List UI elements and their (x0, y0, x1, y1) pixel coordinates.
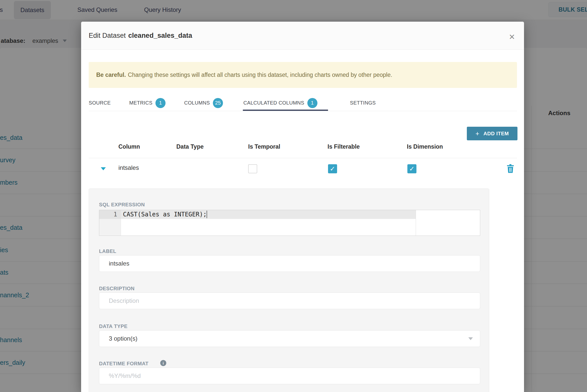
data-type-select[interactable] (99, 330, 480, 347)
screen: es Datasets Saved Queries Query History … (0, 0, 587, 392)
warning-banner: Be careful. Changing these settings will… (89, 62, 517, 88)
select-caret-icon (468, 337, 473, 340)
column-header-is-temporal: Is Temporal (248, 143, 280, 150)
sql-expression-label: SQL EXPRESSION (99, 202, 145, 208)
sql-editor[interactable]: 1 CAST(Sales as INTEGER); (99, 210, 480, 236)
warning-bold: Be careful. (96, 72, 126, 78)
editor-print-margin (416, 210, 416, 236)
editor-code-line[interactable]: CAST(Sales as INTEGER); (123, 211, 207, 218)
column-header-column: Column (118, 143, 140, 150)
description-input[interactable] (99, 293, 480, 309)
add-item-label: ADD ITEM (483, 131, 509, 137)
datetime-format-label-text: DATETIME FORMAT (99, 361, 148, 366)
tab-label: COLUMNS (184, 100, 210, 106)
modal-title: Edit Dataset cleaned_sales_data (89, 22, 192, 49)
tab-count-badge: 25 (213, 98, 223, 108)
modal-header: Edit Dataset cleaned_sales_data ✕ (81, 22, 524, 50)
datetime-format-field (99, 368, 480, 384)
modal-tabbar: SOURCE METRICS1 COLUMNS25 CALCULATED COL… (89, 96, 517, 111)
modal-title-dataset-name: cleaned_sales_data (128, 32, 192, 40)
warning-text: Changing these settings will affect all … (128, 72, 392, 78)
datetime-format-field-label: DATETIME FORMAT i (99, 361, 148, 367)
description-field (99, 292, 480, 309)
editor-gutter: 1 (99, 210, 121, 236)
column-header-is-dimension: Is Dimension (407, 143, 443, 150)
label-input[interactable] (99, 255, 480, 272)
description-field-label: DESCRIPTION (99, 286, 135, 291)
tab-source[interactable]: SOURCE (89, 96, 111, 110)
tab-columns[interactable]: COLUMNS25 (184, 96, 223, 110)
is-dimension-checkbox[interactable]: ✓ (407, 164, 416, 173)
add-item-button[interactable]: + ADD ITEM (467, 127, 517, 140)
tab-label: SETTINGS (350, 100, 376, 106)
column-header-data-type: Data Type (176, 143, 204, 150)
tab-metrics[interactable]: METRICS1 (129, 96, 166, 110)
is-temporal-checkbox[interactable] (248, 164, 257, 173)
label-field-label: LABEL (99, 248, 116, 254)
data-type-field-label: DATA TYPE (99, 323, 127, 329)
editor-cursor (207, 211, 207, 218)
tab-label: CALCULATED COLUMNS (243, 100, 304, 106)
check-icon: ✓ (330, 165, 335, 173)
table-header-divider (89, 158, 517, 158)
datetime-format-input[interactable] (99, 368, 480, 384)
tab-label: METRICS (129, 100, 152, 106)
tab-count-badge: 1 (307, 98, 317, 108)
data-type-value[interactable] (99, 331, 480, 347)
check-icon: ✓ (409, 165, 415, 173)
tab-calculated-columns[interactable]: CALCULATED COLUMNS1 (243, 96, 317, 110)
tab-label: SOURCE (89, 100, 111, 106)
close-icon[interactable]: ✕ (506, 31, 517, 42)
calculated-column-detail-panel: SQL EXPRESSION 1 CAST(Sales as INTEGER);… (89, 188, 489, 392)
info-icon[interactable]: i (160, 360, 166, 366)
editor-gutter-active-line (99, 210, 121, 219)
label-field (99, 255, 480, 272)
edit-dataset-modal: Edit Dataset cleaned_sales_data ✕ Be car… (81, 22, 524, 392)
collapse-caret-icon[interactable] (101, 167, 106, 170)
is-filterable-checkbox[interactable]: ✓ (328, 164, 337, 173)
active-tab-underline (243, 110, 328, 111)
delete-trash-icon[interactable] (506, 164, 514, 173)
modal-title-prefix: Edit Dataset (89, 32, 126, 40)
plus-icon: + (475, 130, 479, 138)
tab-count-badge: 1 (155, 98, 166, 108)
tab-settings[interactable]: SETTINGS (350, 96, 376, 110)
editor-line-number: 1 (114, 211, 117, 218)
column-header-is-filterable: Is Filterable (328, 143, 360, 150)
calculated-column-name: intsales (118, 164, 139, 171)
